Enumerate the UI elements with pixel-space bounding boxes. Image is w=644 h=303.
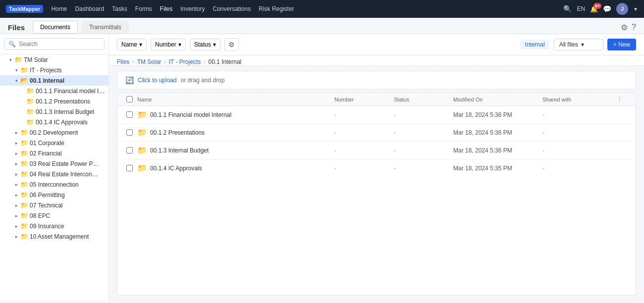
col-name: Name [137,97,334,102]
row-checkbox[interactable] [126,147,133,153]
folder-icon: 📁 [26,98,34,105]
page-title: Files [8,23,25,32]
refresh-icon: 🔄 [125,76,134,84]
search-icon: 🔍 [8,41,16,48]
folder-open-icon: 📂 [20,77,28,84]
chevron-right-icon: ▸ [14,213,19,218]
help-icon[interactable]: ? [632,23,636,32]
notifications-button[interactable]: 🔔9+ [590,5,598,13]
upload-link[interactable]: Click to upload [138,77,177,84]
row-shared: - [542,165,617,172]
chevron-right-icon: ▸ [14,172,19,177]
search-box[interactable]: 🔍 [4,38,105,50]
settings-icon[interactable]: ⚙ [621,23,628,32]
bc-tm-solar[interactable]: TM Solar [137,58,161,65]
sort-name-button[interactable]: Name ▾ [117,39,147,50]
avatar[interactable]: J [616,3,628,15]
tree-item-03-realestate[interactable]: ▸ 📁 03 Real Estate Power Plant [0,158,108,169]
tree-item-it-projects[interactable]: ▾ 📁 IT - Projects [0,65,108,75]
tree-label: 00.2 Development [30,129,78,136]
row-number: - [334,111,394,118]
tree-item-08-epc[interactable]: ▸ 📁 08 EPC [0,210,108,221]
nav-risk-register[interactable]: Risk Register [259,5,294,12]
tree-label: 00.1.4 IC Approvals [36,119,88,126]
row-modified: Mar 18, 2024 5:35 PM [453,165,542,172]
folder-icon: 📁 [20,202,28,209]
row-number: - [334,165,394,172]
table-row[interactable]: 📁 00.1.2 Presentations - - Mar 18, 2024 … [117,124,636,142]
tree-item-001-financial[interactable]: ▸ 📁 00.1.1 Financial model Interna [0,86,108,96]
select-all-checkbox[interactable] [126,96,133,102]
nav-files[interactable]: Files [160,5,172,12]
tree-item-05-interconnection[interactable]: ▸ 📁 05 Interconnection [0,179,108,190]
sort-status-button[interactable]: Status ▾ [190,39,220,50]
folder-icon: 📁 [20,139,28,147]
tree-label: 07 Technical [30,202,63,209]
bc-files[interactable]: Files [117,58,129,65]
tree-item-001-budget[interactable]: ▸ 📁 00.1.3 Internal Budget [0,106,108,117]
search-icon[interactable]: 🔍 [563,5,572,13]
header-checkbox-cell [121,96,137,102]
messages-icon[interactable]: 💬 [603,5,611,13]
lang-button[interactable]: EN [577,5,585,12]
tree-label: 00.1.3 Internal Budget [36,108,94,115]
table-row[interactable]: 📁 00.1.3 Internal Budget - - Mar 18, 202… [117,142,636,159]
all-files-select[interactable]: All files ▾ [554,39,603,50]
tree-item-00-internal[interactable]: ▾ 📂 00.1 Internal [0,75,108,86]
upload-area: 🔄 Click to upload or drag and drop [117,71,636,90]
nav-dashboard[interactable]: Dashboard [75,5,104,12]
folder-icon: 📁 [20,160,28,167]
tree-item-02-financial[interactable]: ▸ 📁 02 Financial [0,148,108,158]
tab-transmittals[interactable]: Transmittals [82,21,129,34]
row-status: - [394,165,453,172]
folder-icon: 📁 [20,66,28,74]
tree-item-002-development[interactable]: ▸ 📁 00.2 Development [0,127,108,138]
nav-right: 🔍 EN 🔔9+ 💬 J ▼ [563,3,638,15]
tree-item-04-realestate[interactable]: ▸ 📁 04 Real Estate Interconnect... [0,169,108,179]
tree-item-10-asset[interactable]: ▸ 📁 10 Asset Management [0,231,108,242]
tree-label: 05 Interconnection [30,181,79,188]
tree-item-06-permitting[interactable]: ▸ 📁 06 Permitting [0,190,108,200]
bc-it-projects[interactable]: IT - Projects [169,58,201,65]
tree-label: 08 EPC [30,212,50,219]
chevron-right-icon: ▸ [14,182,19,187]
row-checkbox[interactable] [126,111,133,118]
tree-label: 01 Corporate [30,140,64,147]
chevron-right-icon: ▸ [14,151,19,156]
sort-number-button[interactable]: Number ▾ [151,39,186,50]
col-shared: Shared with [542,97,617,102]
nav-conversations[interactable]: Conversations [213,5,251,12]
folder-icon: 📁 [20,233,28,240]
row-shared: - [542,111,617,118]
row-checkbox[interactable] [126,165,133,171]
search-input[interactable] [19,41,100,48]
nav-home[interactable]: Home [51,5,67,12]
tree-item-07-technical[interactable]: ▸ 📁 07 Technical [0,200,108,210]
folder-icon: 📁 [14,56,22,63]
tree-item-09-insurance[interactable]: ▸ 📁 09 Insurance [0,221,108,231]
folder-icon: 📁 [26,87,34,95]
table-row[interactable]: 📁 00.1.1 Financial model Internal - - Ma… [117,106,636,124]
chevron-down-icon: ▾ [213,41,216,48]
new-button[interactable]: + New [607,39,636,50]
tree-item-tm-solar[interactable]: ▾ 📁 TM Solar [0,54,108,65]
avatar-chevron-icon[interactable]: ▼ [633,6,638,12]
settings-button[interactable]: ⚙ [224,38,239,51]
nav-tasks[interactable]: Tasks [112,5,127,12]
folder-icon: 📁 [137,110,147,119]
col-number: Number [334,97,394,102]
row-shared: - [542,129,617,136]
nav-links: Home Dashboard Tasks Forms Files Invento… [51,5,555,12]
chevron-right-icon: ▸ [14,234,19,239]
tree-item-001-approvals[interactable]: ▸ 📁 00.1.4 IC Approvals [0,117,108,127]
nav-inventory[interactable]: Inventory [180,5,205,12]
chevron-right-icon: ▸ [14,141,19,146]
tab-documents[interactable]: Documents [33,21,78,34]
tree-item-01-corporate[interactable]: ▸ 📁 01 Corporate [0,138,108,148]
tree-item-001-presentations[interactable]: ▸ 📁 00.1.2 Presentations [0,96,108,106]
table-row[interactable]: 📁 00.1.4 IC Approvals - - Mar 18, 2024 5… [117,159,636,177]
folder-icon: 📁 [137,146,147,155]
nav-forms[interactable]: Forms [135,5,152,12]
row-modified: Mar 18, 2024 5:36 PM [453,129,542,136]
row-checkbox[interactable] [126,129,133,136]
